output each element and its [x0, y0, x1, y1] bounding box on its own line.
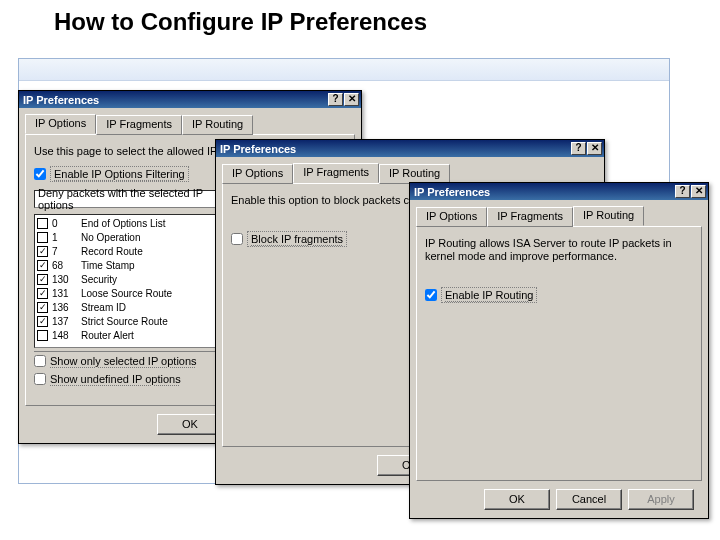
list-item[interactable]: 68: [37, 258, 77, 272]
show-only-selected-label: Show only selected IP options: [50, 355, 197, 367]
list-item[interactable]: 136: [37, 300, 77, 314]
block-ip-fragments-label: Block IP fragments: [247, 231, 347, 247]
tab-ip-options[interactable]: IP Options: [416, 207, 487, 227]
show-undefined-input[interactable]: [34, 373, 46, 385]
intro-text: IP Routing allows ISA Server to route IP…: [425, 237, 693, 263]
option-checkbox[interactable]: [37, 288, 48, 299]
option-description: Record Route: [81, 246, 143, 257]
option-code: 130: [52, 274, 69, 285]
tab-panel-ip-routing: IP Routing allows ISA Server to route IP…: [416, 226, 702, 481]
dialog-title: IP Preferences: [414, 186, 490, 198]
ok-button[interactable]: OK: [157, 414, 223, 435]
enable-ip-routing-input[interactable]: [425, 289, 437, 301]
option-checkbox[interactable]: [37, 302, 48, 313]
close-button[interactable]: ✕: [691, 185, 706, 198]
option-description: Stream ID: [81, 302, 126, 313]
option-checkbox[interactable]: [37, 232, 48, 243]
tab-ip-options[interactable]: IP Options: [25, 114, 96, 134]
tab-ip-fragments[interactable]: IP Fragments: [293, 163, 379, 183]
option-code: 0: [52, 218, 58, 229]
option-code: 7: [52, 246, 58, 257]
show-undefined-checkbox[interactable]: Show undefined IP options: [34, 373, 181, 385]
option-checkbox[interactable]: [37, 330, 48, 341]
dialog-title: IP Preferences: [23, 94, 99, 106]
close-button[interactable]: ✕: [587, 142, 602, 155]
block-ip-fragments-input[interactable]: [231, 233, 243, 245]
list-item[interactable]: Security: [81, 272, 213, 286]
list-item[interactable]: 137: [37, 314, 77, 328]
cancel-button[interactable]: Cancel: [556, 489, 622, 510]
show-only-selected-input[interactable]: [34, 355, 46, 367]
list-item[interactable]: End of Options List: [81, 216, 213, 230]
option-checkbox[interactable]: [37, 246, 48, 257]
filter-action-value: Deny packets with the selected IP option…: [38, 187, 216, 211]
option-description: End of Options List: [81, 218, 166, 229]
list-item[interactable]: No Operation: [81, 230, 213, 244]
option-checkbox[interactable]: [37, 218, 48, 229]
enable-ip-routing-label: Enable IP Routing: [441, 287, 537, 303]
option-description: Security: [81, 274, 117, 285]
ip-preferences-dialog-routing: IP Preferences ? ✕ IP Options IP Fragmen…: [409, 182, 709, 519]
option-code: 1: [52, 232, 58, 243]
ok-button[interactable]: OK: [484, 489, 550, 510]
filter-action-combo[interactable]: Deny packets with the selected IP option…: [34, 190, 230, 208]
option-description: No Operation: [81, 232, 140, 243]
list-item[interactable]: 1: [37, 230, 77, 244]
enable-ip-options-filtering-checkbox[interactable]: Enable IP Options Filtering: [34, 166, 189, 182]
close-button[interactable]: ✕: [344, 93, 359, 106]
list-item[interactable]: Time Stamp: [81, 258, 213, 272]
show-only-selected-checkbox[interactable]: Show only selected IP options: [34, 355, 197, 367]
list-item[interactable]: Stream ID: [81, 300, 213, 314]
titlebar[interactable]: IP Preferences ? ✕: [216, 140, 604, 157]
enable-ip-routing-checkbox[interactable]: Enable IP Routing: [425, 287, 537, 303]
ip-options-listbox[interactable]: 01768130131136137148 End of Options List…: [34, 214, 230, 348]
option-checkbox[interactable]: [37, 260, 48, 271]
tab-ip-options[interactable]: IP Options: [222, 164, 293, 184]
option-description: Time Stamp: [81, 260, 135, 271]
option-description: Router Alert: [81, 330, 134, 341]
help-button[interactable]: ?: [571, 142, 586, 155]
block-ip-fragments-checkbox[interactable]: Block IP fragments: [231, 231, 347, 247]
option-code: 68: [52, 260, 63, 271]
option-code: 136: [52, 302, 69, 313]
tab-strip: IP Options IP Fragments IP Routing: [416, 206, 702, 226]
titlebar[interactable]: IP Preferences ? ✕: [19, 91, 361, 108]
option-code: 137: [52, 316, 69, 327]
list-item[interactable]: 130: [37, 272, 77, 286]
dialog-title: IP Preferences: [220, 143, 296, 155]
button-row: OK Cancel Apply: [416, 489, 702, 510]
list-item[interactable]: 0: [37, 216, 77, 230]
list-item[interactable]: Strict Source Route: [81, 314, 213, 328]
list-item[interactable]: 7: [37, 244, 77, 258]
help-button[interactable]: ?: [675, 185, 690, 198]
option-description: Loose Source Route: [81, 288, 172, 299]
enable-ip-options-filtering-label: Enable IP Options Filtering: [50, 166, 189, 182]
option-checkbox[interactable]: [37, 274, 48, 285]
tab-ip-routing[interactable]: IP Routing: [182, 115, 253, 135]
titlebar[interactable]: IP Preferences ? ✕: [410, 183, 708, 200]
tab-ip-routing[interactable]: IP Routing: [379, 164, 450, 184]
option-checkbox[interactable]: [37, 316, 48, 327]
option-code: 131: [52, 288, 69, 299]
option-description: Strict Source Route: [81, 316, 168, 327]
help-button[interactable]: ?: [328, 93, 343, 106]
tab-ip-fragments[interactable]: IP Fragments: [96, 115, 182, 135]
option-code: 148: [52, 330, 69, 341]
tab-strip: IP Options IP Fragments IP Routing: [222, 163, 598, 183]
show-undefined-label: Show undefined IP options: [50, 373, 181, 385]
list-item[interactable]: Router Alert: [81, 328, 213, 342]
list-item[interactable]: 131: [37, 286, 77, 300]
list-item[interactable]: 148: [37, 328, 77, 342]
tab-ip-fragments[interactable]: IP Fragments: [487, 207, 573, 227]
tab-ip-routing[interactable]: IP Routing: [573, 206, 644, 226]
enable-ip-options-filtering-input[interactable]: [34, 168, 46, 180]
tab-strip: IP Options IP Fragments IP Routing: [25, 114, 355, 134]
apply-button[interactable]: Apply: [628, 489, 694, 510]
page-title: How to Configure IP Preferences: [54, 8, 720, 36]
list-item[interactable]: Record Route: [81, 244, 213, 258]
list-item[interactable]: Loose Source Route: [81, 286, 213, 300]
